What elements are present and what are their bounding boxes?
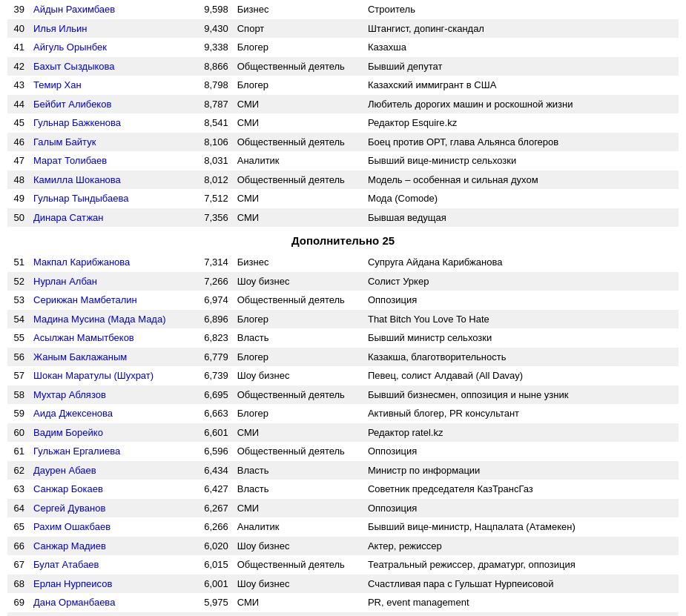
row-desc: Бывший вице-министр, Нацпалата (Атамекен… — [363, 517, 679, 537]
row-category: СМИ — [233, 499, 363, 518]
row-name[interactable]: Гульнар Бажкенова — [29, 113, 182, 133]
row-category: СМИ — [233, 113, 363, 133]
row-name[interactable]: Айдын Рахимбаев — [29, 0, 182, 19]
row-category: Общественный деятель — [233, 170, 363, 190]
row-name[interactable]: Марат Толибаев — [29, 151, 182, 170]
row-name[interactable]: Санжар Мадиев — [29, 537, 182, 556]
row-category: Общественный деятель — [233, 291, 363, 310]
row-score: 7,356 — [182, 208, 232, 228]
row-name[interactable]: Ерлан Нурпеисов — [29, 574, 182, 594]
row-desc: PR, event management — [363, 593, 679, 612]
row-score: 6,267 — [182, 499, 232, 518]
row-score: 8,012 — [182, 170, 232, 190]
row-score: 9,430 — [182, 19, 232, 39]
row-num: 55 — [7, 328, 29, 348]
row-desc: Театральный режиссер, драматург, оппозиц… — [363, 555, 679, 574]
row-score: 6,601 — [182, 423, 232, 443]
row-score: 6,779 — [182, 348, 232, 367]
row-desc: Редактор Esquire.kz — [363, 113, 679, 133]
row-name[interactable]: Асылжан Мамытбеков — [29, 328, 182, 348]
row-name[interactable]: Санжар Бокаев — [29, 480, 182, 499]
row-num: 46 — [7, 133, 29, 152]
row-score: 8,541 — [182, 113, 232, 133]
row-desc: Мода (Comode) — [363, 189, 679, 208]
row-name[interactable]: Мадина Мусина (Мада Мада) — [29, 310, 182, 329]
row-category: Общественный деятель — [233, 442, 363, 461]
row-category: СМИ — [233, 189, 363, 208]
row-name[interactable]: Галым Байтук — [29, 133, 182, 152]
row-name[interactable]: Дана Орманбаева — [29, 593, 182, 612]
row-num: 58 — [7, 385, 29, 405]
row-num: 45 — [7, 113, 29, 133]
row-name[interactable]: Бейбит Алибеков — [29, 95, 182, 114]
row-desc: Боец против ОРТ, глава Альянса блогеров — [363, 133, 679, 152]
row-num: 68 — [7, 574, 29, 594]
row-category: Аналитик — [233, 151, 363, 170]
row-desc: Певец, солист Алдавай (All Davay) — [363, 366, 679, 385]
row-name[interactable]: Гульнар Тындыбаева — [29, 189, 182, 208]
row-num: 53 — [7, 291, 29, 310]
row-category: Блогер — [233, 76, 363, 95]
row-desc: Оппозиция — [363, 442, 679, 461]
row-num: 63 — [7, 480, 29, 499]
row-desc: Счастливая пара с Гульшат Нурпеисовой — [363, 574, 679, 594]
row-desc: Активный блогер, PR консультант — [363, 404, 679, 423]
row-desc: Бывший вице-министр сельхозки — [363, 151, 679, 170]
row-num: 43 — [7, 76, 29, 95]
row-category: СМИ — [233, 423, 363, 443]
row-num: 69 — [7, 593, 29, 612]
row-category: Шоу бизнес — [233, 574, 363, 594]
row-score: 7,266 — [182, 272, 232, 291]
row-num: 64 — [7, 499, 29, 518]
row-name[interactable]: Макпал Карибжанова — [29, 253, 182, 272]
row-name[interactable]: Илья Ильин — [29, 19, 182, 39]
row-category: Бизнес — [233, 253, 363, 272]
row-name[interactable]: Даурен Абаев — [29, 461, 182, 480]
row-desc: Оппозиция — [363, 291, 679, 310]
row-name[interactable]: Бахыт Сыздыкова — [29, 57, 182, 76]
row-score: 5,975 — [182, 593, 232, 612]
row-category: Спорт — [233, 19, 363, 39]
row-desc: Министр по информации — [363, 461, 679, 480]
row-name[interactable]: Серикжан Мамбеталин — [29, 291, 182, 310]
row-name[interactable]: Нурлан Албан — [29, 272, 182, 291]
row-desc: Супруга Айдана Карибжанова — [363, 253, 679, 272]
row-score: 9,598 — [182, 0, 232, 19]
row-desc: Бывший депутат — [363, 57, 679, 76]
row-name[interactable]: Гульжан Ергалиева — [29, 442, 182, 461]
row-name[interactable]: Аида Джексенова — [29, 404, 182, 423]
row-name[interactable]: Камилла Шоканова — [29, 170, 182, 190]
row-num: 60 — [7, 423, 29, 443]
row-desc: Счастливая пара с Ерланом Нурпеисовым — [363, 612, 679, 617]
row-num: 62 — [7, 461, 29, 480]
main-container: 39Айдын Рахимбаев9,598БизнесСтроитель40И… — [0, 0, 686, 616]
row-name[interactable]: Жаным Баклажаным — [29, 348, 182, 367]
row-num: 48 — [7, 170, 29, 190]
row-name[interactable]: Вадим Борейко — [29, 423, 182, 443]
row-name[interactable]: Динара Сатжан — [29, 208, 182, 228]
row-num: 49 — [7, 189, 29, 208]
row-num: 52 — [7, 272, 29, 291]
row-score: 6,663 — [182, 404, 232, 423]
row-name[interactable]: Сергей Дуванов — [29, 499, 182, 518]
row-score: 6,739 — [182, 366, 232, 385]
row-name[interactable]: Айгуль Орынбек — [29, 38, 182, 57]
row-category: Шоу бизнес — [233, 366, 363, 385]
row-name[interactable]: Гульшат Нурпеисова — [29, 612, 182, 617]
row-category: Блогер — [233, 348, 363, 367]
row-num: 44 — [7, 95, 29, 114]
row-score: 8,798 — [182, 76, 232, 95]
row-desc: Оппозиция — [363, 499, 679, 518]
row-num: 57 — [7, 366, 29, 385]
row-score: 6,434 — [182, 461, 232, 480]
row-name[interactable]: Мухтар Аблязов — [29, 385, 182, 405]
row-name[interactable]: Темир Хан — [29, 76, 182, 95]
row-score: 7,314 — [182, 253, 232, 272]
row-name[interactable]: Булат Атабаев — [29, 555, 182, 574]
row-desc: Солист Уркер — [363, 272, 679, 291]
row-category: Общественный деятель — [233, 133, 363, 152]
row-num: 56 — [7, 348, 29, 367]
row-name[interactable]: Шокан Маратулы (Шухрат) — [29, 366, 182, 385]
row-category: Власть — [233, 480, 363, 499]
row-name[interactable]: Рахим Ошакбаев — [29, 517, 182, 537]
